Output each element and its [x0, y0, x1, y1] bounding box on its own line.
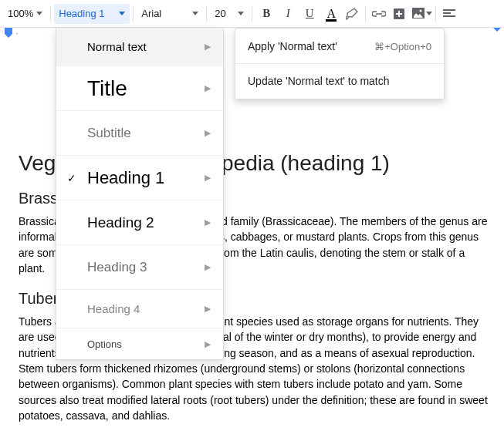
apply-style-item[interactable]: Apply 'Normal text' ⌘+Option+0 [235, 33, 444, 59]
zoom-dropdown[interactable]: 100% [3, 4, 47, 24]
separator [365, 6, 366, 22]
font-size-value: 20 [215, 8, 225, 19]
insert-image-button[interactable] [409, 4, 432, 24]
separator [50, 6, 51, 22]
styles-menu-options[interactable]: Options▶ [56, 328, 223, 359]
separator [235, 63, 444, 64]
font-value: Arial [141, 8, 161, 19]
chevron-right-icon: ▶ [205, 262, 211, 272]
check-icon: ✓ [67, 172, 76, 184]
styles-menu-item[interactable]: Subtitle▶ [56, 111, 223, 156]
chevron-down-icon [192, 12, 198, 15]
styles-menu-item[interactable]: Title▶ [56, 66, 223, 111]
styles-submenu: Apply 'Normal text' ⌘+Option+0 Update 'N… [235, 28, 445, 99]
chevron-right-icon: ▶ [205, 173, 211, 183]
chevron-right-icon: ▶ [205, 217, 211, 227]
separator [133, 6, 134, 22]
chevron-down-icon [238, 12, 244, 15]
apply-style-label: Apply 'Normal text' [248, 40, 337, 52]
separator [252, 6, 252, 22]
font-dropdown[interactable]: Arial [137, 4, 203, 24]
indent-marker-left[interactable] [5, 28, 12, 38]
styles-menu-item-label: Normal text [87, 40, 198, 53]
toolbar: 100% Heading 1 Arial 20 B I U A [0, 0, 504, 28]
styles-menu-item-label: Heading 2 [87, 214, 198, 231]
styles-menu-item[interactable]: Heading 4▶ [56, 290, 223, 328]
styles-menu-item-label: Subtitle [87, 126, 198, 141]
underline-button[interactable]: U [299, 4, 320, 24]
styles-menu-item[interactable]: ✓Heading 1▶ [56, 156, 223, 200]
text-color-button[interactable]: A [320, 4, 342, 24]
styles-dropdown[interactable]: Heading 1 [54, 4, 130, 24]
separator [435, 6, 436, 22]
chevron-right-icon: ▶ [205, 304, 211, 314]
chevron-right-icon: ▶ [205, 339, 211, 349]
styles-menu-item-label: Title [87, 76, 198, 101]
comment-plus-icon [393, 8, 405, 20]
highlighter-icon [346, 8, 358, 20]
highlight-color-button[interactable] [342, 4, 362, 24]
font-size-dropdown[interactable]: 20 [210, 4, 249, 24]
image-icon [412, 8, 425, 20]
styles-menu: Normal text▶Title▶Subtitle▶✓Heading 1▶He… [56, 28, 224, 360]
apply-style-shortcut: ⌘+Option+0 [374, 41, 431, 52]
styles-menu-item[interactable]: Heading 3▶ [56, 245, 223, 290]
zoom-value: 100% [8, 8, 33, 19]
chevron-down-icon [36, 12, 42, 15]
align-button[interactable] [439, 4, 459, 24]
styles-menu-item[interactable]: Normal text▶ [56, 28, 223, 66]
styles-value: Heading 1 [59, 8, 104, 19]
styles-menu-item-label: Heading 4 [87, 302, 198, 315]
update-style-label: Update 'Normal text' to match [248, 75, 390, 87]
add-comment-button[interactable] [389, 4, 409, 24]
styles-menu-item-label: Heading 1 [87, 168, 198, 188]
insert-link-button[interactable] [369, 4, 389, 24]
chevron-right-icon: ▶ [205, 128, 211, 138]
styles-menu-item[interactable]: Heading 2▶ [56, 200, 223, 245]
chevron-right-icon: ▶ [205, 83, 211, 93]
align-icon [443, 9, 455, 19]
update-style-item[interactable]: Update 'Normal text' to match [235, 68, 444, 94]
styles-menu-item-label: Heading 3 [87, 260, 198, 275]
chevron-down-icon [119, 12, 125, 15]
chevron-down-icon [426, 12, 432, 15]
chevron-right-icon: ▶ [205, 42, 211, 52]
styles-menu-options-label: Options [87, 338, 198, 350]
italic-button[interactable]: I [277, 4, 299, 24]
svg-point-2 [420, 9, 422, 12]
link-icon [372, 10, 386, 18]
separator [206, 6, 207, 22]
indent-marker-right[interactable] [493, 28, 501, 32]
bold-button[interactable]: B [255, 4, 277, 24]
